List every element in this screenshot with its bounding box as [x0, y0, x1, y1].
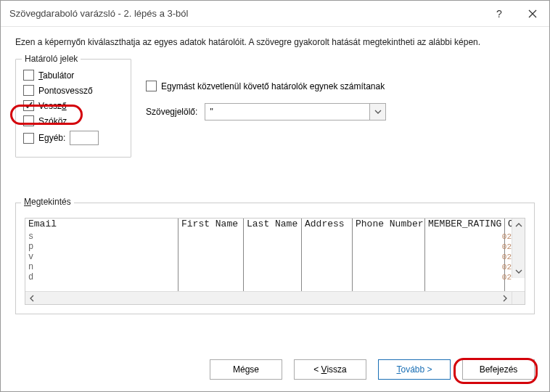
preview-header: Phone Number	[356, 219, 422, 232]
consecutive-row: Egymást közvetlenül követő határolók egy…	[146, 81, 535, 91]
vertical-scrollbar[interactable]	[512, 219, 525, 278]
chevron-down-icon	[515, 269, 522, 274]
back-button[interactable]: < Vissza	[294, 359, 366, 380]
cancel-button[interactable]: Mégse	[210, 359, 282, 380]
intro-text: Ezen a képernyőn kiválaszthatja az egyes…	[15, 37, 535, 47]
scroll-track[interactable]	[38, 292, 498, 304]
delimiter-semicolon-checkbox[interactable]	[23, 85, 34, 96]
horizontal-scrollbar[interactable]	[25, 291, 525, 304]
preview-cell: d	[28, 272, 175, 282]
qualifier-dropdown-button[interactable]	[369, 104, 385, 120]
delimiter-comma-row: Vessző	[23, 100, 123, 111]
preview-column: Phone Number	[352, 219, 424, 291]
chevron-left-icon	[30, 295, 34, 302]
preview-section: Megtekintés EmailspvndFirst NameLast Nam…	[15, 191, 535, 314]
preview-body: EmailspvndFirst NameLast NameAddressPhon…	[25, 219, 525, 291]
close-icon	[528, 9, 537, 18]
consecutive-checkbox[interactable]	[146, 81, 157, 91]
preview-column: Address	[301, 219, 352, 291]
preview-column: Emailspvnd	[25, 219, 178, 291]
scroll-down-arrow[interactable]	[512, 265, 525, 278]
preview-cell: s	[28, 232, 175, 242]
preview-column: Last Name	[243, 219, 301, 291]
preview-outer: EmailspvndFirst NameLast NameAddressPhon…	[15, 203, 535, 314]
delimiter-comma-checkbox[interactable]	[23, 100, 34, 111]
consecutive-label: Egymást közvetlenül követő határolók egy…	[161, 81, 385, 91]
delimiter-semicolon-row: Pontosvessző	[23, 85, 123, 96]
delimiter-space-label: Szóköz	[38, 116, 67, 126]
preview-header: Last Name	[247, 219, 298, 232]
preview-cell: v	[28, 252, 175, 262]
window-title: Szövegdaraboló varázsló - 2. lépés a 3-b…	[9, 8, 483, 19]
preview-header: MEMBER_RATING	[428, 219, 501, 232]
delimiter-comma-label: Vessző	[38, 101, 67, 111]
chevron-right-icon	[503, 295, 507, 302]
qualifier-label: Szövegjelölő:	[146, 107, 197, 117]
delimiter-other-label: Egyéb:	[38, 133, 65, 143]
finish-button[interactable]: Befejezés	[462, 359, 535, 380]
delimiter-other-row: Egyéb:	[23, 131, 123, 145]
chevron-up-icon	[515, 223, 522, 227]
delimiters-fieldset: Határoló jelek Tabulátor Pontosvessző	[15, 59, 131, 158]
preview-cell: n	[28, 262, 175, 272]
scroll-up-arrow[interactable]	[512, 219, 525, 232]
preview-cell: p	[28, 242, 175, 252]
preview-cell-right: 02	[490, 252, 512, 262]
preview-cell-right: 02	[490, 262, 512, 272]
preview-cell-right: 02	[490, 242, 512, 252]
delimiter-semicolon-label: Pontosvessző	[38, 86, 93, 96]
preview-legend: Megtekintés	[21, 197, 74, 207]
delimiter-tab-row: Tabulátor	[23, 70, 123, 81]
preview-header: Address	[305, 219, 349, 232]
qualifier-combo[interactable]: "	[205, 103, 386, 121]
scroll-corner	[512, 292, 525, 304]
preview-header: First Name	[181, 219, 240, 232]
delimiter-space-checkbox[interactable]	[23, 115, 34, 126]
scroll-right-arrow[interactable]	[498, 292, 512, 304]
wizard-dialog: Szövegdaraboló varázsló - 2. lépés a 3-b…	[0, 0, 550, 392]
titlebar: Szövegdaraboló varázsló - 2. lépés a 3-b…	[1, 1, 549, 27]
qualifier-value: "	[205, 104, 369, 120]
content-area: Ezen a képernyőn kiválaszthatja az egyes…	[1, 27, 549, 349]
preview-scroll: EmailspvndFirst NameLast NameAddressPhon…	[25, 218, 525, 305]
delimiter-tab-label: Tabulátor	[38, 70, 74, 81]
preview-header: Email	[28, 219, 175, 232]
delimiter-other-checkbox[interactable]	[23, 133, 34, 144]
close-button[interactable]	[516, 1, 549, 27]
scroll-left-arrow[interactable]	[25, 292, 38, 304]
delimiter-tab-checkbox[interactable]	[23, 70, 34, 81]
next-button[interactable]: Tovább >	[378, 359, 451, 380]
preview-cell-right: 02	[490, 272, 512, 282]
delimiter-other-input[interactable]	[70, 131, 99, 145]
right-options: Egymást közvetlenül követő határolók egy…	[146, 54, 535, 121]
qualifier-row: Szövegjelölő: "	[146, 103, 535, 121]
options-row: Határoló jelek Tabulátor Pontosvessző	[15, 54, 535, 158]
preview-column: First Name	[178, 219, 243, 291]
delimiters-legend: Határoló jelek	[22, 54, 81, 64]
preview-cell-right: 02	[490, 232, 512, 242]
help-button[interactable]: ?	[483, 1, 516, 27]
chevron-down-icon	[374, 110, 382, 114]
button-bar: Mégse < Vissza Tovább > Befejezés	[1, 349, 549, 391]
delimiter-space-row: Szóköz	[23, 115, 123, 126]
